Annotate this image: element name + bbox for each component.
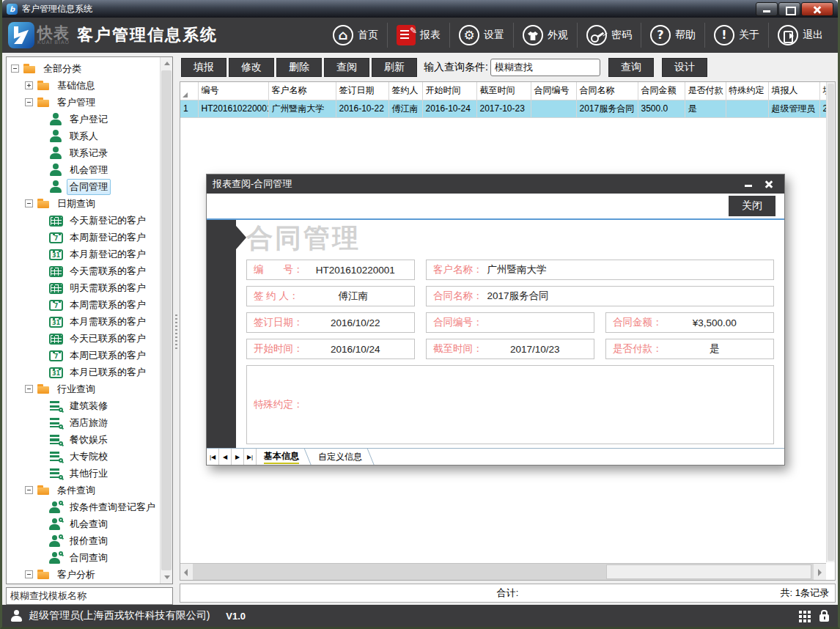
- expand-icon[interactable]: [25, 81, 33, 89]
- tree-item[interactable]: 其他行业: [8, 465, 160, 482]
- previous-record-icon[interactable]: ◀: [219, 449, 232, 465]
- tree-item[interactable]: 客户登记: [8, 111, 160, 128]
- tree-item[interactable]: 全部分类: [8, 60, 160, 77]
- os-titlebar[interactable]: b 客户管理信息系统: [2, 0, 838, 18]
- table-cell[interactable]: 超级管理员: [768, 100, 819, 117]
- grid-menu-icon[interactable]: [799, 611, 802, 614]
- nav-home[interactable]: 首页: [324, 23, 387, 48]
- tree-item[interactable]: 条件查询: [8, 482, 160, 499]
- collapse-icon[interactable]: [25, 385, 33, 393]
- tree-item[interactable]: 合同查询: [8, 549, 160, 566]
- tree-item[interactable]: 机会管理: [8, 161, 160, 178]
- tab-basic-info[interactable]: 基本信息: [257, 449, 311, 465]
- scrollbar-thumb[interactable]: [161, 70, 172, 570]
- column-header[interactable]: 合同金额: [638, 82, 685, 100]
- tree-item[interactable]: 基础信息: [8, 77, 160, 94]
- table-cell[interactable]: [531, 100, 576, 117]
- tree-item[interactable]: 建筑装修: [8, 397, 160, 414]
- fill-report-button[interactable]: 填报: [181, 58, 226, 77]
- search-button[interactable]: 查询: [608, 58, 654, 77]
- table-cell[interactable]: 2016-10-22: [336, 100, 388, 117]
- collapse-icon[interactable]: [11, 65, 19, 73]
- query-condition-input[interactable]: [490, 59, 600, 76]
- table-cell[interactable]: 2016-: [819, 100, 826, 117]
- nav-question[interactable]: 帮助: [641, 23, 704, 48]
- dialog-close-icon[interactable]: [764, 179, 774, 189]
- table-row[interactable]: 1HT201610220001广州暨南大学2016-10-22傅江南2016-1…: [180, 100, 826, 117]
- tree-item[interactable]: 今天已联系的客户: [8, 330, 160, 347]
- tree-item[interactable]: 今天需联系的客户: [8, 262, 160, 279]
- collapse-icon[interactable]: [25, 199, 33, 207]
- tree-item[interactable]: 31本月新登记的客户: [8, 246, 160, 262]
- delete-button[interactable]: 删除: [276, 58, 322, 77]
- scroll-left-icon[interactable]: [180, 564, 193, 580]
- collapse-icon[interactable]: [25, 570, 33, 578]
- close-button[interactable]: [801, 2, 833, 16]
- tree-item[interactable]: 酒店旅游: [8, 414, 160, 431]
- table-cell[interactable]: 2016-10-24: [422, 100, 476, 117]
- column-header[interactable]: 填报人: [768, 82, 819, 100]
- scroll-right-icon[interactable]: [814, 564, 826, 580]
- tree-item[interactable]: 7本周需联系的客户: [8, 296, 160, 313]
- tree-item[interactable]: 客户管理: [8, 94, 160, 111]
- table-cell[interactable]: 傅江南: [388, 100, 422, 117]
- tree-item[interactable]: 日期查询: [8, 195, 160, 212]
- column-header[interactable]: 客户名称: [268, 82, 336, 100]
- nav-report[interactable]: 报表: [387, 23, 449, 48]
- select-all-corner[interactable]: [180, 82, 198, 100]
- tree-item[interactable]: 联系人: [8, 128, 160, 144]
- splitter[interactable]: [173, 56, 180, 605]
- table-cell[interactable]: 广州暨南大学: [268, 100, 336, 117]
- tree-item[interactable]: 按条件查询登记客户: [8, 499, 160, 515]
- design-button[interactable]: 设计: [662, 58, 707, 77]
- scroll-down-icon[interactable]: [161, 571, 172, 584]
- column-header[interactable]: 开始时间: [422, 82, 476, 100]
- first-record-icon[interactable]: |◀: [207, 449, 219, 465]
- tree-item[interactable]: 合同管理: [8, 178, 160, 195]
- collapse-icon[interactable]: [25, 486, 33, 494]
- table-cell[interactable]: 3500.0: [638, 100, 685, 117]
- tree-item[interactable]: 31本月需联系的客户: [8, 313, 160, 330]
- tree-item[interactable]: 31本月已联系的客户: [8, 364, 160, 380]
- column-header[interactable]: 签订日期: [336, 82, 388, 100]
- column-header[interactable]: 编号: [198, 82, 268, 100]
- tree-item[interactable]: 大专院校: [8, 448, 160, 465]
- refresh-button[interactable]: 刷新: [372, 58, 417, 77]
- dialog-minimize-button[interactable]: [743, 179, 754, 189]
- column-header[interactable]: 特殊约定: [726, 82, 768, 100]
- nav-key[interactable]: 密码: [577, 23, 641, 48]
- tree-item[interactable]: 报价查询: [8, 532, 160, 549]
- grid-vertical-scrollbar[interactable]: [826, 82, 835, 562]
- dialog-titlebar[interactable]: 报表查阅-合同管理: [207, 174, 784, 194]
- tab-custom-info[interactable]: 自定义信息: [311, 449, 374, 465]
- column-header[interactable]: 签约人: [388, 82, 422, 100]
- nav-gear[interactable]: 设置: [449, 23, 513, 48]
- nav-about[interactable]: 关于: [704, 23, 768, 48]
- lock-icon[interactable]: [819, 614, 829, 622]
- close-report-button[interactable]: 关闭: [729, 196, 775, 216]
- nav-shirt[interactable]: 外观: [513, 23, 577, 48]
- maximize-button[interactable]: [778, 2, 800, 16]
- column-header[interactable]: 填报日期: [819, 82, 826, 100]
- last-record-icon[interactable]: ▶|: [244, 449, 257, 465]
- tree-item[interactable]: 7本周新登记的客户: [8, 229, 160, 246]
- minimize-button[interactable]: [756, 2, 778, 16]
- tree-item[interactable]: 行业查询: [8, 380, 160, 397]
- tree-scrollbar[interactable]: [160, 57, 172, 584]
- table-cell[interactable]: 2017-10-23: [476, 100, 531, 117]
- column-header[interactable]: 合同编号: [531, 82, 576, 100]
- tree-item[interactable]: 7本周已联系的客户: [8, 347, 160, 364]
- modify-button[interactable]: 修改: [229, 58, 274, 77]
- nav-exit[interactable]: 退出: [768, 23, 832, 48]
- view-button[interactable]: 查阅: [324, 58, 369, 77]
- template-search-input[interactable]: [6, 587, 173, 605]
- collapse-icon[interactable]: [25, 98, 33, 106]
- tree-item[interactable]: 餐饮娱乐: [8, 431, 160, 448]
- tree-item[interactable]: 客户分析: [8, 566, 160, 583]
- tree-item[interactable]: 明天需联系的客户: [8, 279, 160, 296]
- table-cell[interactable]: HT201610220001: [198, 100, 268, 117]
- table-cell[interactable]: 是: [685, 100, 726, 117]
- column-header[interactable]: 是否付款: [685, 82, 726, 100]
- tree-item[interactable]: 联系记录: [8, 144, 160, 161]
- column-header[interactable]: 合同名称: [576, 82, 638, 100]
